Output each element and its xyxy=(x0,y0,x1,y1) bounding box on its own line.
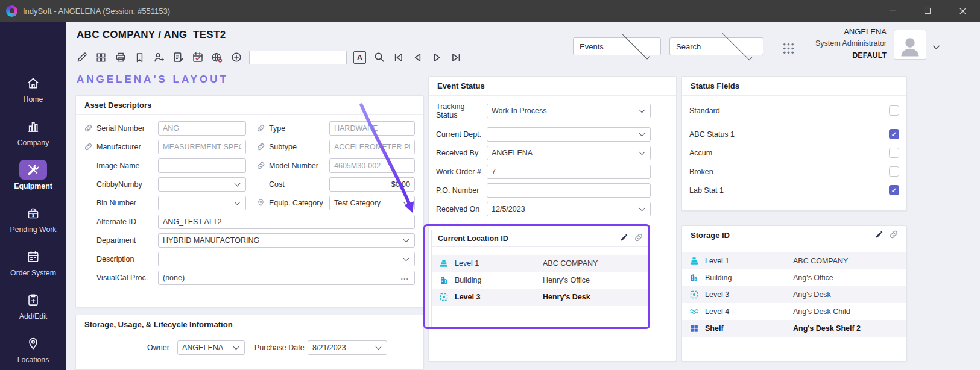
edit-storage-pencil-icon[interactable] xyxy=(875,230,884,240)
field-label: Alternate ID xyxy=(96,218,158,226)
field-label: Type xyxy=(269,124,329,133)
sidebar-item-home[interactable]: Home xyxy=(0,73,66,104)
image-name-input[interactable] xyxy=(158,158,246,173)
location-row[interactable]: Level 1 ABC COMPANY xyxy=(432,255,649,272)
asset-descriptors-body: Serial Number Type Manufacturer xyxy=(76,115,423,287)
chevron-down-icon xyxy=(233,343,239,350)
field-label: Subtype xyxy=(269,143,329,151)
model-number-input[interactable] xyxy=(329,158,415,173)
equip-category-select[interactable]: Test Category xyxy=(329,196,415,210)
status-label: Standard xyxy=(689,107,720,115)
sidebar-item-pending-work[interactable]: Pending Work xyxy=(0,203,66,234)
close-button[interactable] xyxy=(945,0,980,22)
visualcal-proc-input[interactable]: (none) ... xyxy=(158,271,415,285)
received-on-select[interactable]: 12/5/2023 xyxy=(487,202,651,216)
alternate-id-input[interactable] xyxy=(158,215,415,229)
received-by-select[interactable]: ANGELENA xyxy=(487,146,651,160)
last-record-button[interactable] xyxy=(450,51,463,64)
maximize-button[interactable] xyxy=(910,0,945,22)
storage-id-panel: Storage ID Level 1 ABC COMPANY Building … xyxy=(681,225,907,362)
titlebar: IndySoft - ANGELENA (Session: #551153) xyxy=(0,0,980,22)
globe-button[interactable] xyxy=(210,51,223,64)
sidebar-item-order-system[interactable]: Order System xyxy=(0,246,66,277)
location-row[interactable]: Building Henry's Office xyxy=(432,272,649,289)
next-record-button[interactable] xyxy=(431,51,443,64)
lab-stat-1-checkbox[interactable] xyxy=(889,185,899,195)
main-content: ABC COMPANY / ANG_TEST2 A Events xyxy=(66,22,980,370)
current-dept-select[interactable] xyxy=(487,127,651,142)
location-row[interactable]: Level 1 ABC COMPANY xyxy=(682,252,906,269)
sidebar-item-equipment[interactable]: Equipment xyxy=(0,160,66,190)
chevron-down-icon xyxy=(376,343,382,350)
toolbar-search-input[interactable] xyxy=(249,51,347,64)
chevron-down-icon xyxy=(235,180,241,186)
previous-record-button[interactable] xyxy=(411,51,424,64)
status-label: Accum xyxy=(689,149,712,157)
abc-status-1-checkbox[interactable] xyxy=(889,129,899,139)
field-label: Current Dept. xyxy=(436,130,487,139)
document-edit-button[interactable] xyxy=(172,51,185,64)
broken-checkbox[interactable] xyxy=(889,166,899,177)
sidebar-item-add-edit[interactable]: Add/Edit xyxy=(0,290,66,321)
bookmark-button[interactable] xyxy=(133,51,146,64)
purchase-date-select[interactable]: 8/21/2023 xyxy=(308,340,387,355)
po-number-input[interactable] xyxy=(487,183,651,198)
sidebar-item-company[interactable]: Company xyxy=(0,116,66,147)
subtype-input[interactable] xyxy=(329,140,415,154)
events-select[interactable]: Events xyxy=(573,37,661,55)
department-select[interactable]: HYBRID MANUFACTORING xyxy=(158,233,415,248)
location-row[interactable]: Level 4 Ang's Desk Child xyxy=(682,303,906,320)
search-select-value: Search xyxy=(676,42,713,51)
chevron-down-icon xyxy=(639,205,645,211)
field-label: CribbyNumby xyxy=(96,180,158,189)
sidebar-item-locations[interactable]: Locations xyxy=(0,333,66,364)
location-row[interactable]: Building Ang's Office xyxy=(682,269,906,286)
cribbynumby-select[interactable] xyxy=(158,177,246,192)
cost-input[interactable] xyxy=(329,177,415,192)
accum-checkbox[interactable] xyxy=(889,148,899,158)
manufacturer-input[interactable] xyxy=(158,140,246,154)
match-case-button[interactable]: A xyxy=(353,51,366,64)
status-label: Broken xyxy=(689,168,713,176)
location-level: Building xyxy=(455,276,543,284)
apps-grid-icon[interactable] xyxy=(782,42,795,57)
status-row: ABC Status 1 xyxy=(689,127,899,142)
status-label: Lab Stat 1 xyxy=(689,186,724,195)
link-location-icon[interactable] xyxy=(634,233,643,243)
tracking-status-select[interactable]: Work In Process xyxy=(487,104,651,118)
user-menu-chevron-icon[interactable] xyxy=(931,42,941,54)
calendar-check-button[interactable] xyxy=(191,51,204,64)
panel-title: Storage, Usage, & Lifecycle Information xyxy=(76,315,423,334)
location-row[interactable]: Shelf Ang's Desk Shelf 2 xyxy=(682,320,906,337)
link-storage-icon[interactable] xyxy=(890,230,898,240)
work-order-input[interactable] xyxy=(487,165,651,179)
bin-number-select[interactable] xyxy=(158,196,246,210)
sidebar-item-label: Pending Work xyxy=(10,225,56,234)
serial-number-input[interactable] xyxy=(158,121,246,136)
avatar[interactable] xyxy=(894,30,926,60)
add-record-button[interactable] xyxy=(230,51,242,64)
location-row[interactable]: Level 3 Ang's Desk xyxy=(682,286,906,303)
copy-record-button[interactable] xyxy=(95,51,107,64)
edit-record-button[interactable] xyxy=(75,51,88,64)
edit-location-pencil-icon[interactable] xyxy=(620,233,628,243)
print-button[interactable] xyxy=(114,51,127,64)
location-row[interactable]: Level 3 Henry's Desk xyxy=(432,289,649,306)
person-add-button[interactable] xyxy=(153,51,165,64)
link-icon xyxy=(257,124,269,132)
search-icon[interactable] xyxy=(373,51,385,64)
owner-select[interactable]: ANGELENA xyxy=(177,340,245,355)
first-record-button[interactable] xyxy=(392,51,405,64)
field-label: VisualCal Proc. xyxy=(96,274,158,282)
search-select[interactable]: Search xyxy=(669,37,763,55)
location-value: Ang's Desk xyxy=(793,290,831,299)
link-icon xyxy=(84,124,96,132)
chevron-down-icon xyxy=(235,199,241,205)
status-row: Broken xyxy=(689,164,899,179)
standard-checkbox[interactable] xyxy=(889,105,899,116)
level-1-icon xyxy=(689,256,705,266)
description-select[interactable] xyxy=(158,252,415,266)
more-options-button[interactable]: ... xyxy=(401,274,409,281)
minimize-button[interactable] xyxy=(875,0,910,22)
type-input[interactable] xyxy=(329,121,415,136)
